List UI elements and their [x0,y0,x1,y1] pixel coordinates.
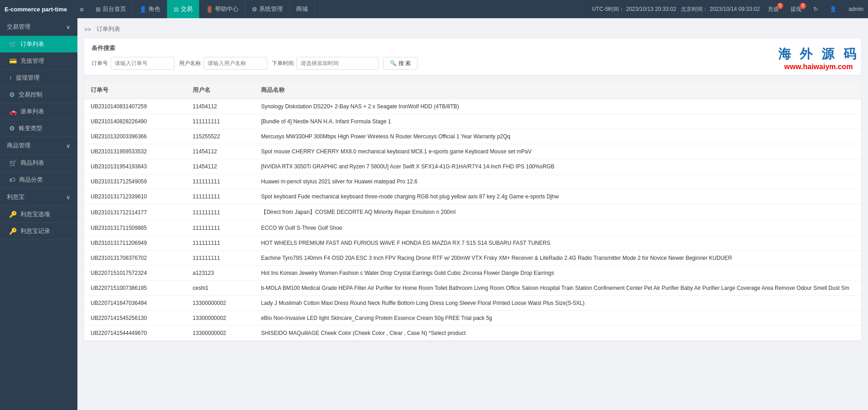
orders-table: 订单号 用户名 商品名称 UB2310140831407259 11454112… [84,81,861,341]
sidebar-section-lixi[interactable]: 利息宝 ∨ [0,188,77,206]
cell-username: 111111111 [186,114,255,129]
cell-username: 13300000002 [186,326,255,341]
cell-order-no: UB2310131711509885 [84,221,186,236]
withdraw-mgmt-icon: ↑ [9,74,12,81]
cell-product: [Bundle of 4] Nestle NAN H.A. Infant For… [255,114,861,129]
breadcrumb: >> 订单列表 [84,25,861,33]
nav-shop[interactable]: 商城 [290,0,315,18]
cell-order-no: UB2310131711206949 [84,236,186,251]
nav-backend-home[interactable]: ⊞ 后台首页 [89,0,133,18]
cell-username: 111111111 [186,204,255,221]
table-row[interactable]: UB2310132003396366 115255522 Mercusys MW… [84,129,861,144]
sidebar-item-lixi-records[interactable]: 🔑 利息宝记录 [0,223,77,240]
order-list-icon: 🛒 [9,40,17,48]
refresh-icon: ↻ [813,6,818,12]
cell-order-no: UB2207151017572324 [84,266,186,281]
search-button[interactable]: 🔍 搜 索 [383,57,418,70]
table-row[interactable]: UB2207151017572324 a123123 Hot Ins Korea… [84,266,861,281]
search-panel: 条件搜索 订单号 用户名称 下单时间 🔍 搜 索 [84,39,861,75]
cell-product: 【Direct from Japan】COSME DECORTE AQ Miri… [255,204,861,221]
cell-order-no: UB2310140831407259 [84,99,186,114]
time-field: 下单时间 [272,57,378,70]
cell-order-no: UB2310131712114177 [84,204,186,221]
order-no-input[interactable] [111,57,174,70]
nav-roles[interactable]: 👤 角色 [133,0,167,18]
cell-product: Eachine Tyro79S 140mm F4 OSD 20A ESC 3 I… [255,251,861,266]
menu-icon[interactable]: ≡ [74,5,89,13]
cell-username: 111111111 [186,236,255,251]
table-panel: 订单号 用户名 商品名称 UB2310140831407259 11454112… [84,81,861,341]
utc-time: UTC-5时间： 2023/10/13 20:33:02 [592,5,676,13]
recharge-badge: 0 [777,3,783,9]
user-icon-button[interactable]: 👤 [826,6,840,12]
cell-order-no: UB2207151007386195 [84,281,186,296]
breadcrumb-current: 订单列表 [97,25,120,33]
table-row[interactable]: UB2207151007386195 ceshi1 b-MOLA BM100 M… [84,281,861,296]
username-input[interactable] [204,57,267,70]
top-nav-right: UTC-5时间： 2023/10/13 20:33:02 北京时间： 2023/… [592,5,863,13]
top-nav: E-commerce part-time ≡ ⊞ 后台首页 👤 角色 ⚖ 交易 … [0,0,868,18]
sidebar-section-product-mgmt[interactable]: 商品管理 ∨ [0,137,77,155]
order-no-label: 订单号 [92,60,108,67]
cell-order-no: UB2310131708376702 [84,251,186,266]
table-row[interactable]: UB2310131708376702 111111111 Eachine Tyr… [84,251,861,266]
nav-system[interactable]: ⚙ 系统管理 [245,0,290,18]
sidebar-item-lixi-options[interactable]: 🔑 利息宝选项 [0,206,77,223]
help-icon: 🚪 [206,6,213,13]
cell-username: 111111111 [186,174,255,189]
transactions-icon: ⚖ [174,6,179,13]
cell-username: 111111111 [186,251,255,266]
username-label: 用户名称 [179,60,201,67]
withdraw-button[interactable]: 提现 0 [787,5,805,13]
cell-product: [NVIDIA RTX 3050Ti GRAPHIC and Ryzen 7 5… [255,159,861,174]
withdraw-badge: 0 [800,3,806,9]
table-row[interactable]: UB2207141545256130 13300000002 eBio Non-… [84,311,861,326]
sidebar-item-dispatch-list[interactable]: 🚗 派单列表 [0,103,77,120]
search-row: 订单号 用户名称 下单时间 🔍 搜 索 [92,57,854,70]
recharge-button[interactable]: 充值 0 [764,5,782,13]
cell-username: 11454112 [186,144,255,159]
cell-product: eBio Non-Invasive LED light Skincare_Car… [255,311,861,326]
search-icon: 🔍 [390,60,397,66]
col-order-no: 订单号 [84,81,186,99]
table-header-row: 订单号 用户名 商品名称 [84,81,861,99]
table-row[interactable]: UB2310131959533532 11454112 Spot mouse C… [84,144,861,159]
nav-transactions[interactable]: ⚖ 交易 [167,0,199,18]
transaction-ctrl-icon: ⚙ [9,91,15,98]
table-row[interactable]: UB2310140828226490 111111111 [Bundle of … [84,114,861,129]
system-icon: ⚙ [252,6,257,13]
cell-username: 13300000002 [186,296,255,311]
sidebar-item-account-type[interactable]: ⚙ 账变类型 [0,120,77,137]
cell-username: 115255522 [186,129,255,144]
cell-product: Spot keyboard Fude mechanical keyboard t… [255,189,861,204]
refresh-button[interactable]: ↻ [810,6,822,12]
cell-order-no: UB2310140828226490 [84,114,186,129]
table-row[interactable]: UB2310131711206949 111111111 HOT WHEELS … [84,236,861,251]
table-row[interactable]: UB2207141544449670 13300000002 SHISEIDO … [84,326,861,341]
cell-product: ECCO W Golf S-Three Golf Shoe [255,221,861,236]
cell-order-no: UB2207141647036494 [84,296,186,311]
table-row[interactable]: UB2207141647036494 13300000002 Lady J Mu… [84,296,861,311]
lixi-options-icon: 🔑 [9,211,17,218]
sidebar-section-transaction-mgmt[interactable]: 交易管理 ∨ [0,18,77,36]
table-row[interactable]: UB2310140831407259 11454112 Synology Dis… [84,99,861,114]
cell-username: ceshi1 [186,281,255,296]
table-row[interactable]: UB2310131712114177 111111111 【Direct fro… [84,204,861,221]
nav-help[interactable]: 🚪 帮助中心 [199,0,245,18]
table-row[interactable]: UB2310131712549059 111111111 Huawei m-pe… [84,174,861,189]
cell-product: Hot Ins Korean Jewelry Women Fashion c W… [255,266,861,281]
sidebar-item-order-list[interactable]: 🛒 订单列表 [0,36,77,53]
sidebar-item-product-list[interactable]: 🛒 商品列表 [0,155,77,172]
sidebar-item-withdraw-mgmt[interactable]: ↑ 提现管理 [0,70,77,86]
sidebar-item-product-category[interactable]: 🏷 商品分类 [0,172,77,188]
backend-home-icon: ⊞ [96,6,101,13]
table-row[interactable]: UB2310131711509885 111111111 ECCO W Golf… [84,221,861,236]
dispatch-list-icon: 🚗 [9,108,17,115]
table-row[interactable]: UB2310131954193843 11454112 [NVIDIA RTX … [84,159,861,174]
time-input[interactable] [296,57,378,70]
cell-username: 111111111 [186,189,255,204]
table-row[interactable]: UB2310131712339610 111111111 Spot keyboa… [84,189,861,204]
sidebar-item-transaction-ctrl[interactable]: ⚙ 交易控制 [0,86,77,103]
sidebar-item-recharge-mgmt[interactable]: 💳 充值管理 [0,53,77,70]
lixi-records-icon: 🔑 [9,228,17,235]
